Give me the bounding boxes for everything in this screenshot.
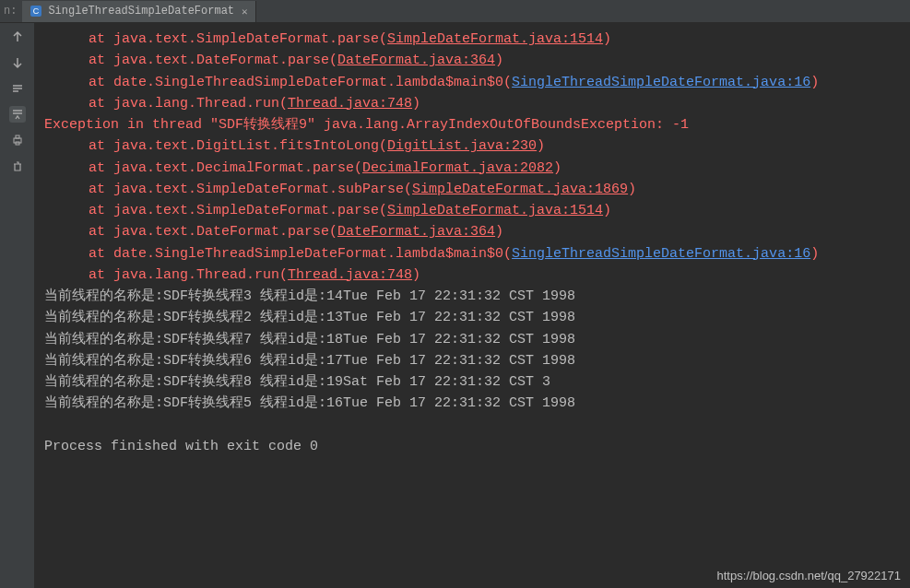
main-area: at java.text.SimpleDateFormat.parse(Simp… xyxy=(0,23,910,588)
stack-frame: at java.text.SimpleDateFormat.parse(Simp… xyxy=(44,200,901,221)
stack-frame: at java.text.DecimalFormat.parse(Decimal… xyxy=(44,158,901,179)
source-link[interactable]: SingleThreadSimpleDateFormat.java:16 xyxy=(512,246,810,262)
source-link[interactable]: SimpleDateFormat.java:1514 xyxy=(387,31,603,47)
process-end-line: Process finished with exit code 0 xyxy=(44,436,901,457)
source-link[interactable]: Thread.java:748 xyxy=(288,267,412,283)
scroll-up-icon[interactable] xyxy=(9,29,26,45)
svg-rect-3 xyxy=(16,135,19,138)
stack-frame: at date.SingleThreadSimpleDateFormat.lam… xyxy=(44,243,901,265)
source-link[interactable]: Thread.java:748 xyxy=(288,96,412,112)
stack-frame: at java.text.DigitList.fitsIntoLong(Digi… xyxy=(44,135,901,157)
source-link[interactable]: SimpleDateFormat.java:1869 xyxy=(412,182,628,197)
stack-frame: at java.lang.Thread.run(Thread.java:748) xyxy=(44,93,901,114)
source-link[interactable]: DigitList.java:230 xyxy=(387,138,537,154)
stdout-line: 当前线程的名称是:SDF转换线程2 线程id是:13Tue Feb 17 22:… xyxy=(44,307,901,328)
stack-frame: at java.lang.Thread.run(Thread.java:748) xyxy=(44,265,901,286)
source-link[interactable]: DateFormat.java:364 xyxy=(337,224,495,240)
stack-frame: at java.text.SimpleDateFormat.subParse(S… xyxy=(44,179,901,200)
print-icon[interactable] xyxy=(9,132,26,148)
stdout-line: 当前线程的名称是:SDF转换线程6 线程id是:17Tue Feb 17 22:… xyxy=(44,350,901,371)
class-icon: C xyxy=(30,5,42,18)
run-label: n: xyxy=(4,5,22,18)
stdout-line: 当前线程的名称是:SDF转换线程7 线程id是:18Tue Feb 17 22:… xyxy=(44,329,901,350)
stdout-line: 当前线程的名称是:SDF转换线程3 线程id是:14Tue Feb 17 22:… xyxy=(44,286,901,307)
close-icon[interactable]: ✕ xyxy=(242,6,248,18)
tab-title: SingleThreadSimpleDateFormat xyxy=(48,5,234,18)
scroll-down-icon[interactable] xyxy=(9,54,26,71)
stack-frame: at java.text.DateFormat.parse(DateFormat… xyxy=(44,221,901,242)
blank-line xyxy=(44,415,901,436)
run-tab[interactable]: C SingleThreadSimpleDateFormat ✕ xyxy=(22,1,255,22)
source-link[interactable]: SimpleDateFormat.java:1514 xyxy=(387,203,603,218)
watermark-text: https://blog.csdn.net/qq_27922171 xyxy=(717,569,902,582)
stack-frame: at java.text.DateFormat.parse(DateFormat… xyxy=(44,50,901,71)
source-link[interactable]: SingleThreadSimpleDateFormat.java:16 xyxy=(512,75,810,90)
source-link[interactable]: DecimalFormat.java:2082 xyxy=(362,160,553,176)
soft-wrap-icon[interactable] xyxy=(9,80,26,97)
stdout-line: 当前线程的名称是:SDF转换线程8 线程id是:19Sat Feb 17 22:… xyxy=(44,371,901,393)
scroll-to-end-icon[interactable] xyxy=(9,106,26,123)
svg-text:C: C xyxy=(33,6,40,16)
source-link[interactable]: DateFormat.java:364 xyxy=(337,53,495,68)
exception-line: Exception in thread "SDF转换线程9" java.lang… xyxy=(44,114,901,135)
stack-frame: at java.text.SimpleDateFormat.parse(Simp… xyxy=(44,29,901,50)
clear-icon[interactable] xyxy=(9,158,26,174)
stack-frame: at date.SingleThreadSimpleDateFormat.lam… xyxy=(44,72,901,93)
gutter-toolbar xyxy=(0,23,35,588)
stdout-line: 当前线程的名称是:SDF转换线程5 线程id是:16Tue Feb 17 22:… xyxy=(44,393,901,414)
console-output[interactable]: at java.text.SimpleDateFormat.parse(Simp… xyxy=(35,23,910,588)
run-tabs-bar: n: C SingleThreadSimpleDateFormat ✕ xyxy=(0,0,910,23)
